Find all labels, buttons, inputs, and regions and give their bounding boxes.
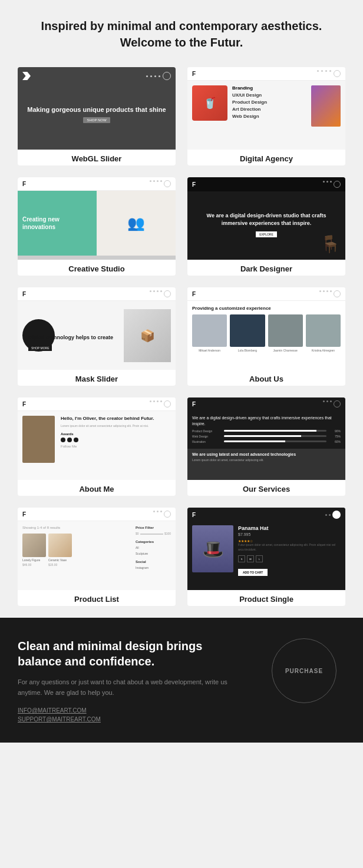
person-3: Jasmin Charnesse: [268, 314, 303, 352]
size-l[interactable]: L: [256, 555, 263, 562]
follow-label: Follow Me: [61, 445, 171, 448]
nav-circle-webgl: [163, 72, 171, 80]
person-2: Lola Blomberg: [230, 314, 265, 352]
card-product-single[interactable]: F 🎩 Panama Hat $7.995 ★★★★☆ Futur ipsum …: [187, 508, 345, 606]
services-bottom: We are using latest and most advanced te…: [187, 449, 345, 480]
creative-left: Creating new innovations: [18, 191, 97, 256]
card-about-us[interactable]: F Providing a customized experience: [187, 287, 345, 386]
dark-btn[interactable]: EXPLORE: [256, 231, 277, 237]
footer-right: PURCHASE: [263, 638, 345, 703]
aboutme-content: Hello, I'm Oliver, the creator behind Fu…: [61, 416, 171, 475]
about-people-row: Mikael Anderson Lola Blomberg Jasmin Cha…: [192, 314, 341, 352]
price-bar: [140, 534, 163, 535]
nav-aboutme: F: [18, 397, 176, 411]
add-to-cart-btn[interactable]: ADD TO CART: [238, 569, 268, 576]
size-m[interactable]: M: [247, 555, 254, 562]
person-photo-3: [268, 314, 303, 347]
single-body: 🎩 Panama Hat $7.995 ★★★★☆ Futur ipsum do…: [187, 522, 345, 590]
card-label-dark: Dark Designer: [187, 260, 345, 276]
mask-btn[interactable]: SHOP MORE: [28, 345, 52, 351]
card-mask-slider[interactable]: F Digital technology helps to create: [18, 287, 176, 386]
sd3: [330, 400, 332, 402]
product-1: Lonely Figure $46.00: [22, 534, 46, 566]
purchase-circle[interactable]: PURCHASE: [272, 638, 336, 703]
nav-about: F: [187, 287, 345, 301]
about-heading: Providing a customized experience: [192, 306, 341, 311]
dark-preview-text: We are a digital design-driven studio th…: [194, 212, 338, 228]
hat-image: 🎩: [192, 525, 233, 572]
card-webgl-slider[interactable]: Making gorgeous unique products that shi…: [18, 67, 176, 165]
logo-single: F: [192, 512, 196, 518]
nav-dot-4: [159, 75, 160, 77]
dots-services: [323, 400, 341, 408]
person-1: Mikael Anderson: [192, 314, 227, 352]
dd2: [326, 181, 328, 183]
card-creative-studio[interactable]: F Creating new innovations 👥: [18, 177, 176, 276]
card-digital-agency[interactable]: F 🥤 Branding UX/UI Design Product Des: [187, 67, 345, 165]
price-min: $0: [136, 532, 139, 535]
card-about-me[interactable]: F Hello, I'm Oliver, the creator behind …: [18, 397, 176, 496]
pl1: [153, 511, 155, 512]
preview-product-single: F 🎩 Panama Hat $7.995 ★★★★☆ Futur ipsum …: [187, 508, 345, 590]
a3: [326, 290, 328, 292]
sbl-1: Product Design: [192, 429, 222, 433]
digital-heading: Branding: [232, 85, 267, 91]
mask-product-image: 📦: [124, 309, 171, 362]
nav-creative: F: [18, 177, 176, 191]
product-sidebar: Price Filter $0 $100 Categories All Scul…: [136, 526, 171, 585]
person-name-4: Kristina Almegren: [312, 349, 335, 352]
nav-bar-webgl: [18, 72, 176, 80]
am4: [160, 400, 162, 402]
services-top: We are a digital design-driven agency th…: [187, 410, 345, 449]
logo-services: F: [192, 401, 196, 408]
product-items: Showing 1-4 of 8 results Lonely Figure $…: [22, 526, 133, 585]
footer-desc: For any questions or just want to chat a…: [18, 677, 245, 698]
preview-creative-studio: F Creating new innovations 👥: [18, 177, 176, 260]
pl3: [160, 511, 162, 512]
dark-circle: [334, 181, 341, 188]
about-body: Providing a customized experience Mikael…: [187, 301, 345, 370]
card-label-webgl: WebGL Slider: [18, 150, 176, 165]
webgl-preview-text: Making gorgeous unique products that shi…: [27, 105, 166, 114]
card-label-productlist: Product List: [18, 590, 176, 606]
service-4: Web Design: [232, 114, 267, 119]
mask-preview-text: Digital technology helps to create: [28, 334, 119, 342]
services-bottom-heading: We are using latest and most advanced te…: [192, 452, 341, 456]
card-dark-designer[interactable]: F We are a digital design-driven studio …: [187, 177, 345, 276]
card-grid: Making gorgeous unique products that shi…: [18, 67, 345, 606]
sbp-3: 60%: [329, 440, 341, 443]
social-icon-1: [61, 438, 65, 442]
webgl-shop-btn[interactable]: SHOP NOW: [83, 117, 110, 123]
footer: Clean and minimal design brings balance …: [0, 618, 363, 743]
dots-about: [319, 290, 341, 297]
ps2: [329, 514, 331, 516]
mask-text-area: Digital technology helps to create SHOP …: [22, 319, 119, 352]
card-product-list[interactable]: F Showing 1-4 of 8 results: [18, 508, 176, 606]
dots-single: [325, 511, 341, 519]
dark-chair-icon: 🪑: [320, 234, 341, 254]
m1: [150, 290, 151, 292]
sbl-2: Web Design: [192, 435, 222, 438]
productlist-body: Showing 1-4 of 8 results Lonely Figure $…: [18, 521, 176, 590]
card-our-services[interactable]: F We are a digital design-driven agency …: [187, 397, 345, 496]
footer-email-2[interactable]: SUPPORT@MAITREART.COM: [18, 716, 245, 723]
cat-2: Sculpture: [136, 552, 171, 555]
product-2: Ceramic Vase $15.00: [48, 534, 72, 566]
digital-body: 🥤 Branding UX/UI Design Product Design A…: [187, 81, 345, 150]
social-icon-2: [67, 438, 72, 442]
person-name-2: Lola Blomberg: [238, 349, 257, 352]
person-name-1: Mikael Anderson: [199, 349, 220, 352]
hero-title: Inspired by minimal and contemporary aes…: [18, 18, 345, 51]
d3: [157, 180, 159, 182]
pl2: [157, 511, 159, 512]
d4: [160, 180, 162, 182]
dot-4: [329, 70, 331, 72]
size-s[interactable]: S: [238, 555, 245, 562]
service-1: UX/UI Design: [232, 92, 267, 98]
aboutme-desc: Lorem ipsum dolor sit amet consectetur a…: [61, 424, 171, 429]
mask-text-content: Digital technology helps to create SHOP …: [28, 334, 119, 352]
a1: [319, 290, 321, 292]
a2: [323, 290, 325, 292]
footer-email-1[interactable]: INFO@MAITREART.COM: [18, 707, 245, 714]
nav-items-webgl: [146, 75, 160, 77]
